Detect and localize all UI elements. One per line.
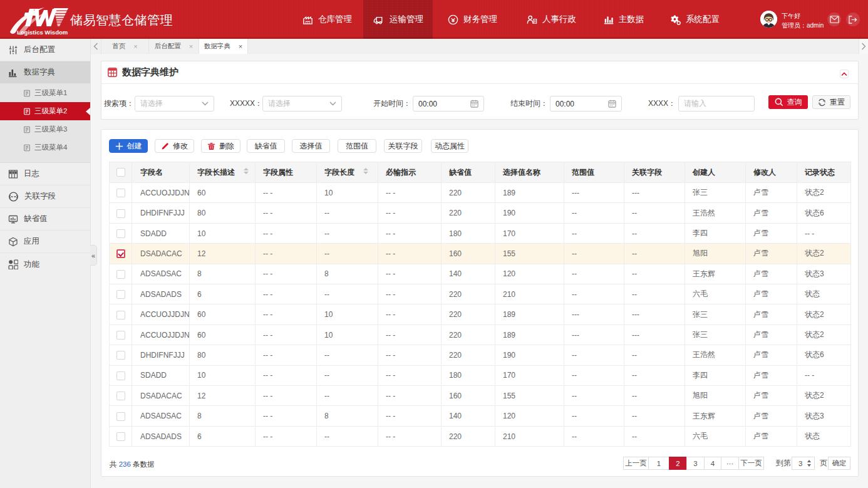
- svg-text:Logistics Wisdom: Logistics Wisdom: [17, 29, 68, 36]
